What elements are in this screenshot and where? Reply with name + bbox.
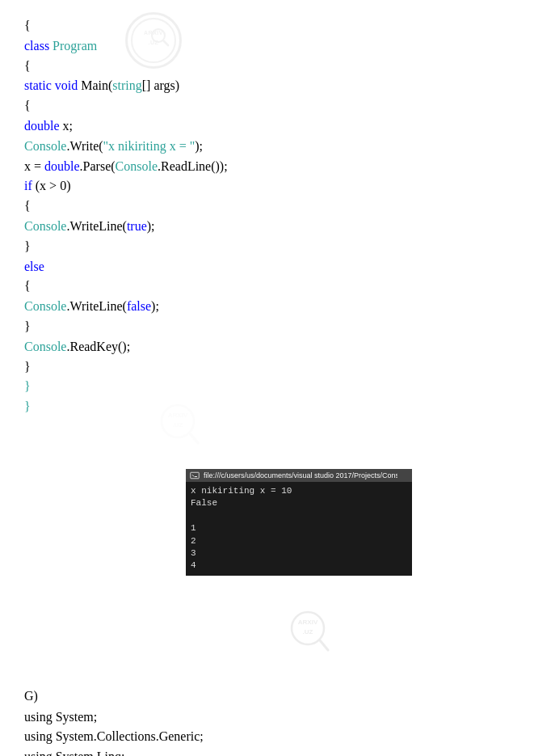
terminal-body: x nikiriting x = 10 False 1 2 3 4 [186, 482, 412, 576]
code-line-6: Console.Write("x nikiriting x = "); [24, 137, 510, 157]
svg-line-6 [190, 433, 198, 443]
code-line-16: Console.ReadKey(); [24, 337, 510, 357]
code-line-15: } [24, 317, 510, 337]
svg-line-10 [192, 475, 194, 476]
terminal-line-6: 4 [191, 560, 407, 572]
code-line-8: if (x > 0) [24, 176, 510, 196]
terminal-line-0: x nikiriting x = 10 [191, 485, 407, 497]
bottom-code-line-2: using System.Linq; [24, 747, 510, 756]
code-line-18: } [24, 377, 510, 397]
code-line-1: class Program [24, 36, 510, 57]
terminal-line-4: 2 [191, 535, 407, 547]
code-line-7: x = double.Parse(Console.ReadLine()); [24, 157, 510, 177]
code-line-17: } [24, 357, 510, 378]
code-line-9: { [24, 196, 510, 217]
terminal-icon [190, 471, 200, 480]
svg-text:.UZ: .UZ [173, 421, 183, 429]
svg-rect-9 [191, 472, 200, 479]
code-line-2: { [24, 57, 510, 77]
code-line-5: double x; [24, 116, 510, 137]
code-line-3: static void Main(string[] args) [24, 76, 510, 96]
watermark-4: ARXIV .UZ [105, 600, 510, 665]
terminal-line-2 [191, 510, 407, 522]
code-line-0: { [24, 16, 510, 36]
code-line-10: Console.WriteLine(true); [24, 217, 510, 237]
bottom-code-section: using System; using System.Collections.G… [24, 707, 510, 756]
code-line-14: Console.WriteLine(false); [24, 297, 510, 317]
terminal-line-5: 3 [191, 547, 407, 560]
code-line-13: { [24, 277, 510, 297]
code-line-4: { [24, 96, 510, 116]
code-section: { class Program { static void Main(strin… [24, 16, 510, 417]
terminal-title: file:///c/users/us/documents/visual stud… [204, 471, 397, 479]
svg-text:.UZ: .UZ [302, 628, 313, 636]
code-line-12: else [24, 257, 510, 277]
terminal-line-3: 1 [191, 522, 407, 534]
terminal-titlebar: file:///c/users/us/documents/visual stud… [186, 469, 412, 482]
spacer-1 [24, 584, 510, 592]
code-line-19: } [24, 397, 510, 417]
terminal-line-1: False [191, 497, 407, 509]
svg-line-13 [320, 640, 328, 650]
bottom-code-line-0: using System; [24, 707, 510, 728]
code-line-11: } [24, 237, 510, 257]
section-label: G) [24, 689, 510, 703]
terminal-window: file:///c/users/us/documents/visual stud… [186, 469, 412, 576]
svg-text:ARXIV: ARXIV [297, 619, 317, 626]
bottom-code-line-1: using System.Collections.Generic; [24, 727, 510, 747]
